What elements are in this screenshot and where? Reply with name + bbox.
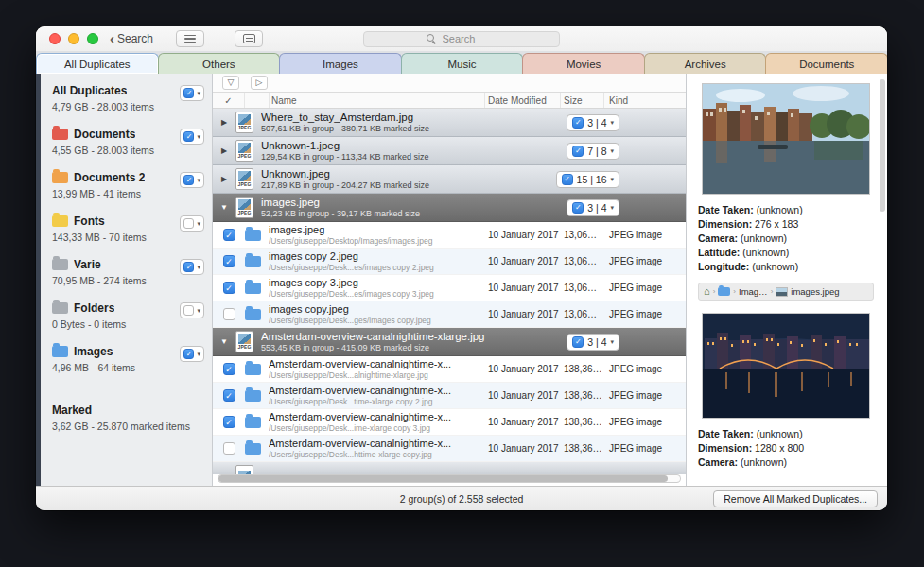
chevron-down-icon[interactable]: ▾	[197, 220, 200, 227]
file-checkbox[interactable]	[223, 282, 235, 294]
file-row[interactable]: images copy 2.jpeg /Users/giuseppe/Desk.…	[213, 249, 686, 275]
sidebar-item-images[interactable]: Images 4,96 MB - 64 items ▾	[41, 340, 212, 384]
filter-funnel-button[interactable]: ▽	[222, 76, 239, 90]
sidebar-item-folders[interactable]: Folders 0 Bytes - 0 items ▾	[41, 297, 212, 340]
chevron-down-icon[interactable]: ▾	[197, 307, 200, 314]
zoom-window-button[interactable]	[87, 33, 98, 44]
sidebar-item-all-duplicates[interactable]: All Duplicates 4,79 GB - 28.003 items ▾	[41, 79, 212, 123]
file-row[interactable]: Amsterdam-overview-canalnightime-x... /U…	[213, 409, 686, 436]
mark-checkbox[interactable]	[183, 88, 194, 98]
group-view-button[interactable]	[235, 30, 263, 47]
group-row[interactable]: ▶ JPEG Unknown-1.jpeg 129,54 KB in group…	[213, 137, 686, 165]
file-checkbox[interactable]	[223, 255, 235, 267]
inspector-scrollbar[interactable]	[880, 79, 885, 212]
file-row[interactable]: Amsterdam-overview-canalnightime-x... /U…	[213, 383, 686, 409]
file-checkbox[interactable]	[223, 363, 235, 375]
mark-filter-control[interactable]: ▾	[180, 215, 204, 232]
file-row[interactable]: images.jpeg /Users/giuseppe/Desktop/Imag…	[213, 222, 686, 249]
group-checkbox[interactable]	[562, 174, 573, 185]
sidebar-item-fonts[interactable]: Fonts 143,33 MB - 70 items ▾	[41, 210, 212, 253]
home-icon[interactable]: ⌂	[704, 286, 710, 297]
group-checkbox[interactable]	[572, 146, 584, 157]
file-row[interactable]: images copy 3.jpeg /Users/giuseppe/Desk.…	[213, 275, 686, 301]
tab-images[interactable]: Images	[279, 53, 402, 74]
group-row-selected[interactable]: ▼ JPEG images.jpeg 52,23 KB in group - 3…	[213, 194, 686, 222]
group-count-badge[interactable]: 3 | 4 ▾	[567, 114, 619, 131]
chevron-down-icon[interactable]: ▾	[197, 351, 200, 357]
group-count-badge[interactable]: 7 | 8 ▾	[567, 143, 619, 160]
tab-others[interactable]: Others	[158, 53, 281, 74]
group-count-badge[interactable]: 3 | 4 ▾	[567, 199, 619, 216]
mark-checkbox[interactable]	[183, 349, 194, 359]
column-header-name[interactable]: Name	[270, 93, 485, 108]
breadcrumb-folder[interactable]: Imag…	[739, 286, 768, 297]
sidebar-item-marked[interactable]: Marked 3,62 GB - 25.870 marked items	[41, 399, 212, 437]
column-header-check[interactable]: ✓	[213, 93, 245, 108]
chevron-down-icon[interactable]: ▾	[610, 147, 614, 154]
back-button[interactable]: ‹ Search	[110, 32, 153, 45]
group-checkbox[interactable]	[572, 202, 584, 214]
disclosure-triangle-icon[interactable]: ▶	[213, 175, 235, 183]
sidebar-item-documents-2[interactable]: Documents 2 13,99 MB - 41 items ▾	[41, 166, 212, 210]
file-checkbox[interactable]	[223, 442, 235, 455]
tab-archives[interactable]: Archives	[644, 53, 767, 74]
group-row[interactable]: ▶ JPEG Unknown.jpeg 217,89 KB in group -…	[213, 165, 686, 194]
column-header-date-modified[interactable]: Date Modified	[485, 93, 561, 108]
group-row-selected[interactable]: ▼ JPEG Amsterdam-overview-canalnightime-…	[213, 328, 686, 356]
disclosure-triangle-icon[interactable]: ▶	[213, 118, 235, 127]
autoselect-button[interactable]: ▷	[251, 76, 268, 90]
mark-filter-control[interactable]: ▾	[180, 172, 204, 188]
mark-filter-control[interactable]: ▾	[180, 85, 204, 101]
chevron-down-icon[interactable]: ▾	[197, 133, 200, 140]
horizontal-scrollbar[interactable]	[218, 474, 681, 483]
chevron-down-icon[interactable]: ▾	[197, 177, 200, 183]
mark-checkbox[interactable]	[183, 131, 194, 142]
file-row[interactable]: images copy.jpeg /Users/giuseppe/Desk...…	[213, 301, 686, 328]
chevron-down-icon[interactable]: ▾	[610, 119, 614, 126]
mark-checkbox[interactable]	[183, 305, 194, 316]
column-header-size[interactable]: Size	[561, 93, 604, 108]
file-checkbox[interactable]	[223, 229, 235, 241]
group-row-partial[interactable]	[213, 462, 686, 474]
minimize-window-button[interactable]	[68, 33, 79, 44]
chevron-down-icon[interactable]: ▾	[610, 176, 614, 182]
close-window-button[interactable]	[49, 33, 61, 44]
mark-filter-control[interactable]: ▾	[180, 346, 204, 362]
file-row[interactable]: Amsterdam-overview-canalnightime-x... /U…	[213, 436, 686, 462]
file-checkbox[interactable]	[223, 308, 235, 320]
breadcrumb-file[interactable]: images.jpeg	[791, 286, 839, 297]
folder-blue-icon[interactable]	[718, 287, 730, 296]
tab-movies[interactable]: Movies	[522, 53, 645, 74]
group-count-badge[interactable]: 3 | 4 ▾	[567, 334, 619, 351]
sidebar-item-documents[interactable]: Documents 4,55 GB - 28.003 items ▾	[41, 123, 212, 166]
chevron-down-icon[interactable]: ▾	[197, 90, 200, 96]
column-header-kind[interactable]: Kind	[604, 95, 686, 106]
chevron-down-icon[interactable]: ▾	[610, 204, 614, 211]
search-input[interactable]	[441, 32, 497, 45]
mark-filter-control[interactable]: ▾	[180, 129, 204, 145]
horizontal-scrollbar-thumb[interactable]	[218, 475, 668, 482]
group-checkbox[interactable]	[572, 336, 584, 348]
mark-checkbox[interactable]	[183, 262, 194, 272]
disclosure-triangle-icon[interactable]: ▶	[213, 146, 235, 155]
group-row[interactable]: ▶ JPEG Where_to_stay_Amsterdam.jpg 507,6…	[213, 109, 686, 137]
chevron-down-icon[interactable]: ▾	[610, 338, 614, 345]
chevron-down-icon[interactable]: ▾	[197, 264, 200, 270]
disclosure-triangle-icon[interactable]: ▼	[213, 203, 235, 212]
file-checkbox[interactable]	[223, 389, 235, 402]
sidebar-item-varie[interactable]: Varie 70,95 MB - 274 items ▾	[41, 253, 212, 297]
disclosure-triangle-icon[interactable]: ▼	[213, 337, 235, 346]
mark-filter-control[interactable]: ▾	[180, 259, 204, 275]
tab-documents[interactable]: Documents	[765, 53, 887, 74]
group-checkbox[interactable]	[572, 117, 584, 129]
remove-all-marked-duplicates-button[interactable]: Remove All Marked Duplicates...	[713, 490, 878, 507]
file-checkbox[interactable]	[223, 416, 235, 428]
mark-filter-control[interactable]: ▾	[180, 302, 204, 318]
mark-checkbox[interactable]	[183, 175, 194, 185]
search-field[interactable]	[363, 31, 560, 47]
file-row[interactable]: Amsterdam-overview-canalnightime-x... /U…	[213, 356, 686, 383]
mark-checkbox[interactable]	[183, 218, 194, 229]
tab-all-duplicates[interactable]: All Duplicates	[36, 53, 159, 74]
list-view-button[interactable]	[176, 30, 204, 47]
tab-music[interactable]: Music	[401, 53, 524, 74]
